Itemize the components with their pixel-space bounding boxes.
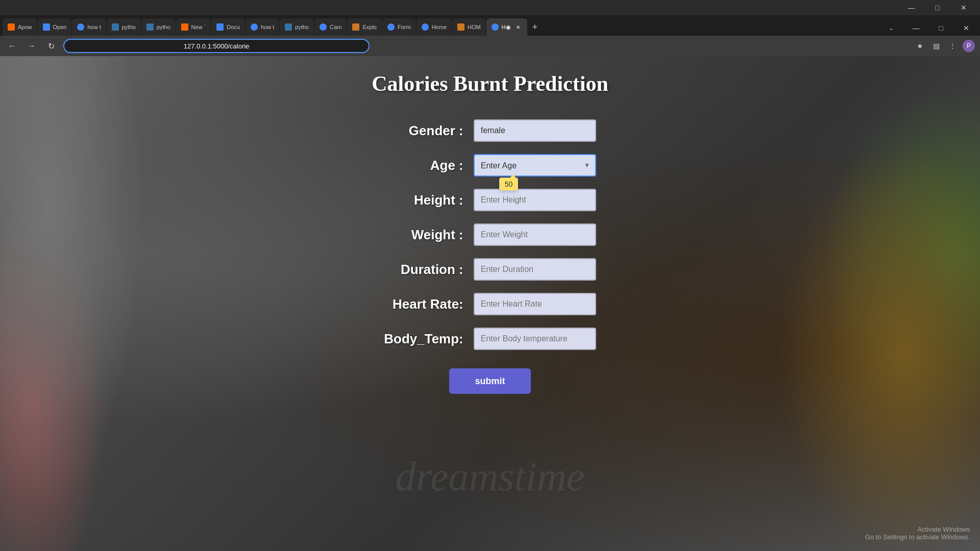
- tab-howt2[interactable]: how t: [246, 18, 279, 36]
- form-container: Calories Burnt Prediction Gender : Age :: [0, 56, 980, 551]
- tab-favicon-home1: [422, 23, 429, 31]
- weight-label: Weight :: [411, 227, 463, 242]
- tab-favicon-howt1: [77, 23, 84, 31]
- heartrate-label-cell: Heart Rate:: [384, 289, 474, 319]
- tab-howt1[interactable]: how t: [72, 18, 106, 36]
- tab-label-howt1: how t: [87, 24, 101, 30]
- weight-input-cell: [474, 219, 596, 250]
- tab-favicon-howt2: [251, 23, 258, 31]
- tab-list-button[interactable]: ⌄: [879, 20, 902, 36]
- height-input[interactable]: [474, 189, 596, 211]
- weight-label-cell: Weight :: [384, 219, 474, 250]
- gender-label-cell: Gender :: [384, 115, 474, 146]
- tab-label-cam: Cam: [330, 24, 341, 30]
- bodytemp-input[interactable]: [474, 328, 596, 350]
- window-controls: — □ ✕: [900, 0, 975, 15]
- gender-input-cell: [474, 115, 596, 146]
- tab-label-expl: Explo: [362, 24, 377, 30]
- tab-close-active[interactable]: ✕: [514, 23, 522, 31]
- new-tab-button[interactable]: +: [528, 20, 542, 34]
- age-dropdown-wrapper: Enter Age 50 ▼ 50: [474, 154, 596, 177]
- tab-favicon-newt: [181, 23, 188, 31]
- tab-label-hom2: HOM: [468, 24, 481, 30]
- age-tooltip: 50: [499, 178, 519, 191]
- tab-label-form: Form: [398, 24, 411, 30]
- bodytemp-input-cell: [474, 323, 596, 354]
- extensions-icon[interactable]: ▤: [930, 40, 942, 52]
- tab-favicon-active: [492, 23, 499, 31]
- height-row: Height :: [384, 185, 596, 215]
- bodytemp-row: Body_Temp:: [384, 323, 596, 354]
- heartrate-row: Heart Rate:: [384, 289, 596, 319]
- heartrate-input-cell: [474, 289, 596, 319]
- profile-avatar[interactable]: P: [963, 40, 975, 52]
- bodytemp-label-cell: Body_Temp:: [384, 323, 474, 354]
- tab-label-docu: Docu: [227, 24, 240, 30]
- tab-label-pyth3: pytho: [295, 24, 309, 30]
- age-label: Age :: [430, 158, 463, 173]
- heartrate-label: Heart Rate:: [393, 296, 463, 312]
- tab-home1[interactable]: Home: [416, 18, 452, 36]
- tab-favicon-cam: [320, 23, 327, 31]
- tab-apow[interactable]: Apow: [3, 18, 37, 36]
- url-input[interactable]: [63, 39, 370, 53]
- tab-newt[interactable]: New `: [176, 18, 211, 36]
- gender-input[interactable]: [474, 119, 596, 142]
- tab-label-newt: New `: [191, 24, 206, 30]
- age-input-cell: Enter Age 50 ▼ 50: [474, 150, 596, 181]
- duration-row: Duration :: [384, 254, 596, 285]
- page-content: dreamstime Calories Burnt Prediction Gen…: [0, 56, 980, 551]
- maximize-button[interactable]: □: [926, 0, 949, 15]
- submit-button[interactable]: submit: [449, 368, 531, 394]
- tab-bar: Apow Open how t pytho pytho New ` Docu h…: [0, 15, 980, 36]
- tab-favicon-pyth1: [112, 23, 119, 31]
- weight-row: Weight :: [384, 219, 596, 250]
- duration-label-cell: Duration :: [384, 254, 474, 285]
- tab-label-open: Open: [53, 24, 67, 30]
- tab-hom2[interactable]: HOM: [452, 18, 486, 36]
- tab-label-home1: Home: [432, 24, 447, 30]
- restore-button[interactable]: □: [929, 20, 952, 36]
- tab-docu[interactable]: Docu: [211, 18, 245, 36]
- tab-open[interactable]: Open: [38, 18, 72, 36]
- tab-label-active: H◉: [502, 24, 511, 31]
- close-button[interactable]: ✕: [952, 0, 975, 15]
- address-right-icons: ★ ▤ ⋮ P: [914, 40, 975, 52]
- forward-button[interactable]: →: [24, 39, 39, 53]
- tab-expl[interactable]: Explo: [347, 18, 382, 36]
- bookmark-icon[interactable]: ★: [914, 40, 926, 52]
- minimize-button[interactable]: —: [900, 0, 923, 15]
- settings-icon[interactable]: ⋮: [946, 40, 959, 52]
- prediction-form: Gender : Age : Enter Age 50: [384, 111, 596, 358]
- tab-label-pyth2: pytho: [157, 24, 170, 30]
- bodytemp-label: Body_Temp:: [384, 331, 463, 346]
- heartrate-input[interactable]: [474, 293, 596, 315]
- age-select[interactable]: Enter Age 50: [474, 154, 596, 177]
- tab-favicon-pyth2: [146, 23, 154, 31]
- tab-pyth1[interactable]: pytho: [107, 18, 141, 36]
- tab-label-apow: Apow: [18, 24, 32, 30]
- height-label: Height :: [414, 192, 463, 208]
- duration-label: Duration :: [401, 262, 463, 277]
- close-button-2[interactable]: ✕: [954, 20, 977, 36]
- tab-label-pyth1: pytho: [122, 24, 136, 30]
- duration-input-cell: [474, 254, 596, 285]
- gender-row: Gender :: [384, 115, 596, 146]
- tab-favicon-form: [387, 23, 395, 31]
- back-button[interactable]: ←: [5, 39, 19, 53]
- tab-active[interactable]: H◉ ✕: [486, 18, 527, 36]
- tab-favicon-expl: [352, 23, 359, 31]
- tab-pyth3[interactable]: pytho: [280, 18, 314, 36]
- duration-input[interactable]: [474, 258, 596, 281]
- height-input-cell: [474, 185, 596, 215]
- tab-favicon-open: [43, 23, 50, 31]
- tab-cam[interactable]: Cam: [314, 18, 347, 36]
- minimize-button-2[interactable]: —: [904, 20, 927, 36]
- browser-titlebar: — □ ✕: [0, 0, 980, 15]
- refresh-button[interactable]: ↻: [44, 39, 58, 53]
- tab-favicon-pyth3: [285, 23, 292, 31]
- weight-input[interactable]: [474, 223, 596, 246]
- tab-favicon-docu: [216, 23, 224, 31]
- tab-form[interactable]: Form: [382, 18, 416, 36]
- tab-pyth2[interactable]: pytho: [141, 18, 176, 36]
